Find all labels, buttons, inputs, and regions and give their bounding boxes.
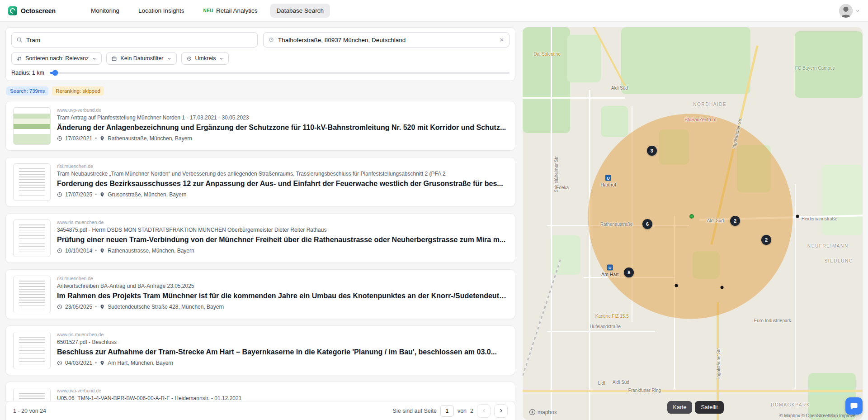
main-nav: Monitoring Location Insights NEU Retail … [85, 4, 330, 18]
prev-page-button[interactable] [477, 404, 491, 418]
location-pin-icon [99, 136, 105, 141]
date-filter-button[interactable]: Kein Datumsfilter [106, 52, 176, 65]
map-view-button[interactable]: Karte [667, 401, 693, 414]
map-label: Lidl [598, 381, 605, 386]
result-dot-marker[interactable] [720, 286, 723, 289]
map-label: Aldi Süd [611, 85, 628, 90]
result-snippet: 3454875.pdf - Herrn DSDS MON STADTRATSFR… [57, 227, 508, 233]
result-title[interactable]: Änderung der Anlagenbezeichnung und Ergä… [57, 124, 508, 132]
nav-item-database-search[interactable]: Database Search [270, 4, 330, 18]
result-card[interactable]: www.uvp-verbund.de U05.06_TMN-1-4-VAN-BP… [5, 382, 515, 401]
location-pin-icon [99, 248, 105, 253]
page-number-input[interactable] [440, 405, 454, 417]
map-label: UHarthof [600, 175, 616, 187]
chevron-down-icon [167, 56, 172, 61]
result-domain: risi.muenchen.de [57, 163, 508, 169]
sort-icon [16, 56, 22, 62]
top-nav: Octoscreen Monitoring Location Insights … [0, 0, 868, 22]
total-pages: 2 [470, 408, 473, 414]
map-overlay: Dal SalentinoAldi SüdFC Bayern CampusNOR… [523, 27, 863, 420]
cluster-marker[interactable]: 6 [642, 219, 652, 229]
nav-label: Location Insights [138, 7, 184, 14]
meta-separator: • [95, 360, 97, 366]
result-dot-marker[interactable] [796, 215, 799, 218]
map-panel[interactable]: Dal SalentinoAldi SüdFC Bayern CampusNOR… [523, 27, 863, 420]
map-label: Aldi Süd [613, 379, 629, 384]
cluster-marker[interactable]: 8 [624, 267, 634, 277]
nav-item-monitoring[interactable]: Monitoring [85, 4, 126, 18]
chevron-down-icon [855, 9, 860, 13]
result-title[interactable]: Beschluss zur Aufnahme der Tram-Strecke … [57, 348, 508, 356]
clock-icon [57, 136, 62, 141]
result-dot-marker[interactable] [675, 284, 678, 287]
map-attribution[interactable]: © Mapbox © OpenStreetMap Improve this ma… [779, 413, 856, 418]
meta-separator: • [95, 191, 97, 198]
map-label: StöSanZentrum [684, 117, 716, 122]
results-list: www.uvp-verbund.de Tram Antrag auf Planf… [5, 101, 515, 401]
result-title[interactable]: Prüfung einer neuen Tram-Verbindung von … [57, 236, 508, 244]
search-results-panel: Sortieren nach: Relevanz Kein Datumsfilt… [5, 27, 515, 420]
location-input[interactable] [278, 37, 495, 43]
satellite-view-button[interactable]: Satellit [695, 401, 724, 414]
map-label: Rathenaustraße [600, 221, 633, 226]
page-of-label: von [458, 408, 467, 414]
location-input-wrap [263, 32, 509, 48]
brand[interactable]: Octoscreen [8, 6, 56, 15]
result-date: 17/07/2025 [65, 191, 92, 198]
cluster-marker[interactable]: 2 [761, 235, 771, 245]
result-meta: 10/10/2014 • Rathenaustrasse, München, B… [57, 248, 508, 254]
result-location: Sudetendeutsche Straße 428, München, Bay… [108, 304, 224, 310]
result-location: Grusonstraße, München, Bayern [108, 191, 186, 198]
sort-filter-button[interactable]: Sortieren nach: Relevanz [11, 52, 102, 65]
result-card[interactable]: risi.muenchen.de Tram-Neubaustrecke „Tra… [5, 157, 515, 207]
target-icon [186, 56, 192, 62]
clear-location-icon[interactable] [499, 37, 505, 43]
user-avatar[interactable] [839, 4, 853, 18]
user-menu[interactable] [839, 4, 860, 18]
result-body: www.uvp-verbund.de Tram Antrag auf Planf… [57, 107, 508, 144]
result-card[interactable]: www.ris-muenchen.de 3454875.pdf - Herrn … [5, 213, 515, 263]
radius-slider[interactable] [50, 72, 509, 74]
result-body: www.ris-muenchen.de 3454875.pdf - Herrn … [57, 220, 508, 257]
result-body: www.uvp-verbund.de U05.06_TMN-1-4-VAN-BP… [57, 388, 508, 401]
search-timing-badge: Search: 739ms [6, 86, 48, 95]
result-card[interactable]: www.ris-muenchen.de 6501527.pdf - Beschl… [5, 325, 515, 375]
result-location: Rathenaustrasse, München, Bayern [108, 248, 194, 254]
brand-name: Octoscreen [21, 7, 56, 14]
result-snippet: Tram Antrag auf Planfeststellung Münchne… [57, 115, 508, 121]
result-title[interactable]: Im Rahmen des Projekts Tram Münchner ist… [57, 292, 508, 300]
search-query-input[interactable] [26, 37, 253, 43]
nav-item-retail-analytics[interactable]: NEU Retail Analytics [197, 4, 264, 18]
result-snippet: U05.06_TMN-1-4-VAN-BPR-BW-006-00-A-R-F -… [57, 395, 508, 401]
cluster-marker[interactable]: 2 [730, 216, 740, 226]
radius-slider-thumb[interactable] [52, 70, 58, 76]
map-label: DOMAGKPARK [771, 402, 810, 407]
radius-filter-label: Umkreis [195, 55, 216, 62]
map-layer-controls: Karte Satellit [667, 401, 724, 414]
transit-label: Am Hart [601, 272, 619, 277]
result-thumbnail [13, 388, 51, 401]
map-label: Ingolstädter Str. [731, 117, 743, 149]
mapbox-logo[interactable]: mapbox [529, 409, 557, 415]
page-prefix-label: Sie sind auf Seite [393, 408, 437, 414]
next-page-button[interactable] [494, 404, 508, 418]
nav-item-location-insights[interactable]: Location Insights [132, 4, 190, 18]
map-label: Dal Salentino [533, 52, 560, 57]
radius-filter-button[interactable]: Umkreis [181, 52, 229, 65]
cluster-marker[interactable]: 3 [647, 146, 657, 156]
search-icon [16, 37, 23, 43]
chevron-down-icon [219, 56, 224, 61]
result-snippet: Antwortschreiben BA-Antrag und BA-Anfrag… [57, 283, 508, 289]
search-panel: Sortieren nach: Relevanz Kein Datumsfilt… [5, 27, 515, 81]
chat-widget-button[interactable] [845, 397, 863, 415]
result-meta: 17/07/2025 • Grusonstraße, München, Baye… [57, 191, 508, 198]
map-label: FC Bayern Campus [795, 66, 835, 71]
meta-separator: • [95, 135, 97, 142]
result-meta: 17/03/2021 • Rathenaustraße, München, Ba… [57, 135, 508, 142]
clock-icon [57, 360, 62, 366]
result-card[interactable]: risi.muenchen.de Antwortschreiben BA-Ant… [5, 269, 515, 319]
reranking-badge: Reranking: skipped [52, 86, 104, 95]
result-title[interactable]: Forderung des Bezirksausschusses 12 zur … [57, 180, 508, 188]
result-card[interactable]: www.uvp-verbund.de Tram Antrag auf Planf… [5, 101, 515, 151]
clock-icon [57, 192, 62, 197]
